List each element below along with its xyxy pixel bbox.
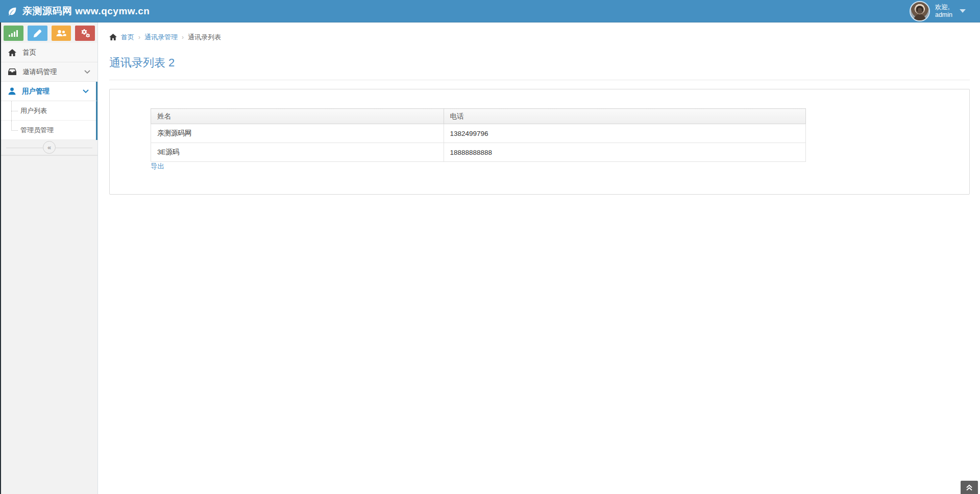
export-link[interactable]: 导出 (151, 162, 164, 171)
back-to-top-button[interactable] (961, 481, 978, 494)
sidebar-menu: 首页 邀请码管理 用户管理 用户列表 (1, 43, 97, 156)
table-header-row: 姓名 电话 (151, 109, 806, 124)
sidebar-item-label: 用户管理 (22, 87, 77, 96)
person-icon (8, 87, 16, 95)
breadcrumb-contacts-management-link[interactable]: 通讯录管理 (144, 33, 178, 42)
column-header-phone: 电话 (444, 109, 805, 124)
cell-name: 3E源码 (151, 143, 444, 162)
gears-icon (81, 29, 90, 37)
title-divider (109, 80, 970, 80)
sidebar-item-label: 邀请码管理 (22, 67, 78, 77)
pencil-button[interactable] (28, 26, 47, 41)
sidebar-item-label: 首页 (22, 48, 90, 57)
user-menu[interactable]: 欢迎, admin (910, 1, 980, 21)
home-icon (109, 34, 117, 40)
users-submenu: 用户列表 管理员管理 (1, 101, 97, 140)
bar-chart-icon (9, 30, 18, 37)
sidebar-item-invite-codes[interactable]: 邀请码管理 (1, 62, 97, 82)
breadcrumb-home-link[interactable]: 首页 (121, 33, 134, 42)
brand[interactable]: 亲测源码网 www.qcymw.cn (0, 5, 150, 18)
sidebar-subitem-user-list[interactable]: 用户列表 (1, 101, 96, 121)
quick-buttons (1, 22, 97, 41)
column-header-name: 姓名 (151, 109, 444, 124)
double-chevron-up-icon (966, 484, 973, 491)
sidebar-item-users[interactable]: 用户管理 (1, 82, 97, 101)
users-button[interactable] (52, 26, 71, 41)
sidebar: 首页 邀请码管理 用户管理 用户列表 (0, 22, 98, 494)
breadcrumb-separator: › (138, 34, 140, 41)
gears-button[interactable] (75, 26, 95, 41)
breadcrumb: 首页 › 通讯录管理 › 通讯录列表 (99, 22, 980, 48)
sidebar-subitem-admin-management[interactable]: 管理员管理 (1, 121, 96, 140)
table-row: 3E源码 18888888888 (151, 143, 806, 162)
sidebar-subitem-label: 用户列表 (20, 106, 47, 115)
user-avatar (910, 1, 930, 21)
chevron-down-icon (84, 70, 90, 74)
cell-name: 亲测源码网 (151, 124, 444, 143)
pencil-icon (34, 30, 41, 37)
main-content: 首页 › 通讯录管理 › 通讯录列表 通讯录列表 2 姓名 电话 亲测源码网 1… (99, 22, 980, 494)
page-title: 通讯录列表 2 (109, 55, 980, 70)
breadcrumb-current: 通讯录列表 (188, 33, 221, 42)
home-icon (8, 49, 16, 56)
contacts-panel: 姓名 电话 亲测源码网 1382499796 3E源码 18888888888 … (109, 89, 970, 195)
leaf-logo-icon (7, 6, 18, 17)
cell-phone: 18888888888 (444, 143, 805, 162)
sidebar-subitem-label: 管理员管理 (20, 126, 54, 135)
welcome-text: 欢迎, admin (935, 4, 952, 19)
sidebar-item-home[interactable]: 首页 (1, 43, 97, 62)
inbox-icon (8, 68, 16, 75)
chevron-down-icon (83, 89, 89, 93)
sidebar-collapse-row: « (1, 140, 97, 155)
top-navbar: 亲测源码网 www.qcymw.cn 欢迎, admin (0, 0, 980, 22)
users-icon (56, 30, 66, 37)
brand-title: 亲测源码网 www.qcymw.cn (22, 5, 150, 18)
sidebar-collapse-button[interactable]: « (43, 141, 56, 154)
contacts-table: 姓名 电话 亲测源码网 1382499796 3E源码 18888888888 (151, 108, 806, 162)
breadcrumb-separator: › (182, 34, 184, 41)
table-row: 亲测源码网 1382499796 (151, 124, 806, 143)
cell-phone: 1382499796 (444, 124, 805, 143)
bar-chart-button[interactable] (4, 26, 23, 41)
caret-down-icon (960, 9, 966, 13)
